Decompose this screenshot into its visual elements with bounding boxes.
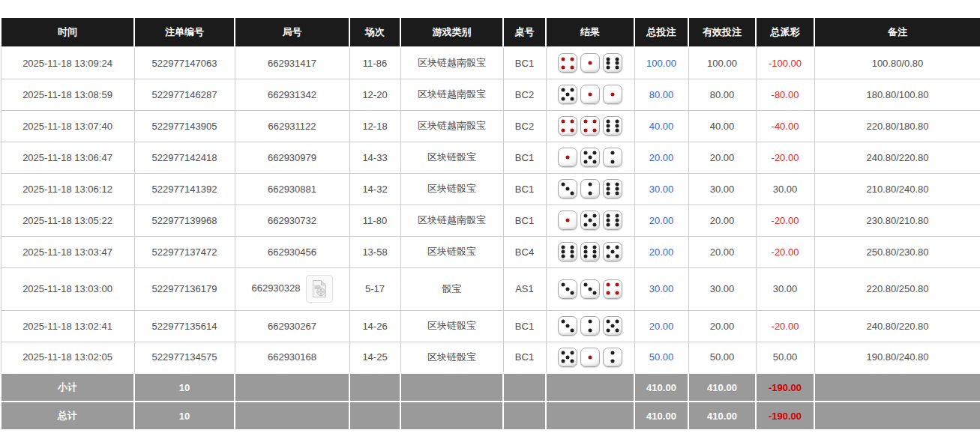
result-cell xyxy=(546,342,634,373)
table-row: 2025-11-18 13:06:12522977141392662930881… xyxy=(1,173,980,205)
round-id-cell: 662930881 xyxy=(235,173,349,205)
valid-bet-cell: 20.00 xyxy=(688,310,756,342)
remark-cell: 190.80/240.80 xyxy=(814,342,980,373)
table-row: 2025-11-18 13:09:24522977147063662931417… xyxy=(1,47,980,79)
video-replay-icon xyxy=(312,289,327,300)
round-id-text: 662930732 xyxy=(268,215,316,226)
valid-bet-cell: 40.00 xyxy=(688,110,756,142)
session-cell: 13-58 xyxy=(349,236,400,267)
table-row: 2025-11-18 13:03:47522977137472662930456… xyxy=(1,236,980,267)
total-payout-cell: 50.00 xyxy=(756,342,814,373)
die-1-icon xyxy=(580,53,600,73)
round-id-cell: 662930732 xyxy=(235,205,349,236)
total-payout-cell: 30.00 xyxy=(756,173,814,205)
video-replay-button[interactable] xyxy=(306,275,333,303)
table-row: 2025-11-18 13:06:47522977142418662930979… xyxy=(1,142,980,173)
result-cell xyxy=(546,173,634,205)
total-payout-cell: -20.00 xyxy=(756,310,814,342)
game-type-cell: 区块链骰宝 xyxy=(400,236,503,267)
round-id-cell: 662930267 xyxy=(235,310,349,342)
round-id-cell: 662931122 xyxy=(235,110,349,142)
valid-bet-cell: 80.00 xyxy=(688,79,756,110)
total-payout-cell: -40.00 xyxy=(756,110,814,142)
col-header-time: 时间 xyxy=(1,17,134,47)
summary-table-no-cell xyxy=(503,402,546,430)
die-4-icon xyxy=(580,116,600,136)
session-cell: 5-17 xyxy=(349,267,400,310)
time-cell: 2025-11-18 13:05:22 xyxy=(1,205,134,236)
table-row: 2025-11-18 13:05:22522977139968662930732… xyxy=(1,205,980,236)
die-5-icon xyxy=(603,242,622,261)
result-cell xyxy=(546,236,634,267)
die-6-icon xyxy=(580,242,600,261)
total-bet-cell: 30.00 xyxy=(634,173,688,205)
summary-label-cell: 总计 xyxy=(1,402,134,430)
table-no-cell: BC1 xyxy=(503,142,546,173)
summary-label-cell: 小计 xyxy=(1,373,134,402)
die-3-icon xyxy=(558,279,577,299)
round-id-text: 662930456 xyxy=(268,246,316,258)
valid-bet-cell: 100.00 xyxy=(688,47,756,79)
die-6-icon xyxy=(558,242,577,261)
game-type-cell: 骰宝 xyxy=(400,267,503,310)
time-cell: 2025-11-18 13:07:40 xyxy=(1,110,134,142)
die-5-icon xyxy=(558,85,577,104)
session-cell: 14-25 xyxy=(349,342,400,373)
table-no-cell: BC2 xyxy=(503,79,546,110)
total-bet-cell: 40.00 xyxy=(634,110,688,142)
die-3-icon xyxy=(558,316,577,336)
total-payout-cell: -80.00 xyxy=(756,79,814,110)
bet-id-cell: 522977139968 xyxy=(134,205,235,236)
die-3-icon xyxy=(558,179,577,199)
game-type-cell: 区块链越南骰宝 xyxy=(400,110,503,142)
summary-total-payout-cell: -190.00 xyxy=(756,373,814,402)
summary-remark-cell xyxy=(814,373,980,402)
die-3-icon xyxy=(580,279,600,299)
bet-records-panel: 时间 注单编号 局号 场次 游戏类别 桌号 结果 总投注 有效投注 总派彩 备注… xyxy=(0,0,980,431)
total-bet-cell: 20.00 xyxy=(634,142,688,173)
die-5-icon xyxy=(558,348,577,367)
summary-valid-bet-cell: 410.00 xyxy=(688,402,756,430)
table-row: 2025-11-18 13:08:59522977146287662931342… xyxy=(1,79,980,110)
table-summary: 小计10410.00410.00-190.00总计10410.00410.00-… xyxy=(1,373,980,430)
time-cell: 2025-11-18 13:08:59 xyxy=(1,79,134,110)
bet-id-cell: 522977134575 xyxy=(134,342,235,373)
summary-total-bet-cell: 410.00 xyxy=(634,402,688,430)
total-bet-cell: 100.00 xyxy=(634,47,688,79)
round-id-cell: 662930168 xyxy=(235,342,349,373)
table-no-cell: BC2 xyxy=(503,110,546,142)
valid-bet-cell: 20.00 xyxy=(688,236,756,267)
session-cell: 11-80 xyxy=(349,205,400,236)
grand-total-row: 总计10410.00410.00-190.00 xyxy=(1,402,980,430)
time-cell: 2025-11-18 13:02:41 xyxy=(1,310,134,342)
result-cell xyxy=(546,47,634,79)
total-bet-cell: 20.00 xyxy=(634,205,688,236)
col-header-bet-id: 注单编号 xyxy=(134,17,235,47)
total-bet-cell: 20.00 xyxy=(634,310,688,342)
bet-records-table: 时间 注单编号 局号 场次 游戏类别 桌号 结果 总投注 有效投注 总派彩 备注… xyxy=(0,16,980,431)
die-5-icon xyxy=(580,148,600,167)
summary-total-payout-cell: -190.00 xyxy=(756,402,814,430)
remark-cell: 230.80/210.80 xyxy=(814,205,980,236)
session-cell: 12-18 xyxy=(349,110,400,142)
summary-total-bet-cell: 410.00 xyxy=(634,373,688,402)
die-6-icon xyxy=(603,211,622,230)
time-cell: 2025-11-18 13:02:05 xyxy=(1,342,134,373)
die-2-icon xyxy=(603,348,622,367)
valid-bet-cell: 20.00 xyxy=(688,205,756,236)
result-cell xyxy=(546,310,634,342)
table-row: 2025-11-18 13:03:00522977136179662930328… xyxy=(1,267,980,310)
total-payout-cell: -20.00 xyxy=(756,205,814,236)
summary-session-cell xyxy=(349,402,400,430)
round-id-cell: 662930456 xyxy=(235,236,349,267)
valid-bet-cell: 30.00 xyxy=(688,173,756,205)
remark-cell: 180.80/100.80 xyxy=(814,79,980,110)
summary-remark-cell xyxy=(814,402,980,430)
die-2-icon xyxy=(603,148,622,167)
table-no-cell: BC1 xyxy=(503,342,546,373)
die-6-icon xyxy=(603,53,622,73)
remark-cell: 210.80/240.80 xyxy=(814,173,980,205)
die-1-icon xyxy=(580,85,600,104)
bet-id-cell: 522977143905 xyxy=(134,110,235,142)
bet-id-cell: 522977142418 xyxy=(134,142,235,173)
